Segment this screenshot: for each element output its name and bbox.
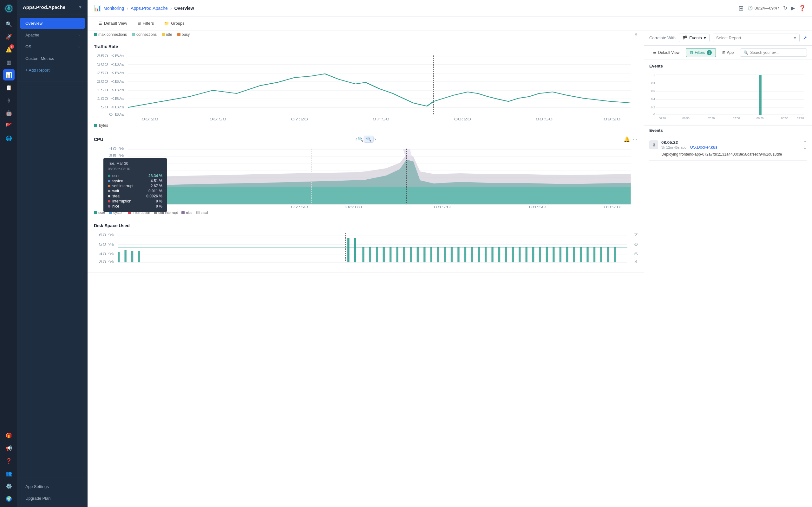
time-range-value[interactable]: 06:24—09:47 [755, 6, 779, 10]
svg-text:1: 1 [653, 73, 655, 76]
groups-button[interactable]: 📁 Groups [159, 19, 189, 27]
time-range: 🕐 06:24—09:47 [748, 6, 779, 10]
legend-idle: idle [162, 32, 172, 37]
nav-alert-icon[interactable]: ⚠️ ! [3, 44, 14, 55]
nav-docs-icon[interactable]: 📋 [3, 82, 14, 93]
filters-button[interactable]: ⊟ Filters [133, 19, 158, 27]
svg-text:07:20: 07:20 [708, 117, 715, 120]
svg-text:60 %: 60 % [99, 233, 114, 237]
nav-item-upgrade-plan[interactable]: Upgrade Plan [20, 493, 85, 504]
correlate-label: Correlate With [649, 36, 676, 40]
rp-default-view-button[interactable]: ☰ Default View [649, 49, 683, 56]
events-search-input[interactable] [750, 50, 803, 55]
more-icon[interactable]: ⋯ [632, 136, 638, 142]
arrow-icon: › [78, 45, 80, 49]
chart-close-control[interactable]: ✕ [635, 32, 638, 37]
svg-text:08:50: 08:50 [536, 118, 553, 121]
nav-help-icon[interactable]: ❓ [3, 455, 14, 466]
svg-text:150 KB/s: 150 KB/s [97, 89, 125, 92]
nav-item-overview[interactable]: Overview [20, 18, 85, 29]
svg-text:0.2: 0.2 [651, 106, 655, 109]
refresh-icon[interactable]: ↻ [783, 5, 787, 11]
event-source[interactable]: US.Docker.k8s [690, 145, 717, 150]
svg-text:07:20: 07:20 [291, 118, 308, 121]
svg-rect-96 [505, 247, 507, 262]
nav-connections-icon[interactable]: ⟠ [3, 95, 14, 106]
disk-space-section: Disk Space Used 60 % 50 % 40 % 30 % 700 … [88, 218, 644, 273]
nav-flag-icon[interactable]: 🚩 [3, 120, 14, 131]
external-link-icon[interactable]: ↗ [803, 35, 807, 41]
svg-text:0: 0 [653, 113, 655, 116]
nav-language-icon[interactable]: 🌍 [3, 493, 14, 504]
select-report-dropdown[interactable]: Select Report ▾ [713, 34, 800, 42]
events-list-title: Events [644, 125, 812, 134]
breadcrumb-monitoring[interactable]: Monitoring [103, 6, 124, 11]
nav-item-custom-metrics[interactable]: Custom Metrics [20, 53, 85, 64]
nav-item-os[interactable]: OS › [20, 41, 85, 52]
nav-team-icon[interactable]: 👥 [3, 468, 14, 479]
breadcrumb-sep-2: › [170, 6, 172, 11]
zoom-back-button[interactable]: ‹ [356, 136, 357, 142]
nav-settings-icon[interactable]: ⚙️ [3, 481, 14, 492]
rp-app-button[interactable]: ⊞ App [718, 49, 738, 56]
clock-icon: 🕐 [748, 6, 753, 10]
expand-icon[interactable]: ⌃⌄ [803, 140, 807, 150]
svg-rect-68 [118, 252, 119, 262]
nav-item-app-settings[interactable]: App Settings [20, 481, 85, 492]
svg-rect-97 [512, 247, 514, 262]
nav-rocket-icon[interactable]: 🚀 [3, 31, 14, 43]
svg-rect-95 [498, 247, 500, 262]
nav-item-apache[interactable]: Apache › [20, 30, 85, 41]
svg-text:0.4: 0.4 [651, 98, 655, 101]
event-header: 08:05:22 3h 12m 45s ago US.Docker.k8s ⌃⌄ [661, 140, 807, 150]
nav-megaphone-icon[interactable]: 📢 [3, 442, 14, 454]
svg-rect-111 [607, 247, 609, 262]
breadcrumb-app[interactable]: Apps.Prod.Apache [131, 6, 168, 11]
svg-text:200 KB/s: 200 KB/s [97, 80, 125, 83]
svg-text:09:20: 09:20 [604, 118, 621, 121]
search-input-wrap[interactable]: 🔍 [740, 49, 807, 57]
svg-rect-85 [430, 247, 432, 262]
events-dropdown[interactable]: 🏴 Events ▾ [679, 34, 710, 42]
svg-rect-103 [553, 247, 554, 262]
svg-rect-110 [600, 247, 602, 262]
right-panel: Correlate With 🏴 Events ▾ Select Report … [644, 31, 812, 507]
nav-robot-icon[interactable]: 🤖 [3, 107, 14, 118]
svg-rect-90 [464, 247, 466, 262]
svg-rect-102 [546, 247, 548, 262]
zoom-out-button[interactable]: 🔍 [358, 136, 363, 142]
play-icon[interactable]: ▶ [791, 5, 795, 11]
nav-gift-icon[interactable]: 🎁 [3, 430, 14, 441]
svg-text:300 KB/s: 300 KB/s [97, 63, 125, 66]
disk-title: Disk Space Used [94, 223, 130, 228]
grid-apps-icon[interactable]: ⊞ [739, 4, 744, 12]
filter-icon: ⊟ [137, 21, 141, 26]
default-view-button[interactable]: ☰ Default View [94, 19, 132, 27]
nav-grid-icon[interactable]: ▦ [3, 56, 14, 68]
tooltip-interruption: interruption 0 % [108, 199, 162, 204]
app-logo[interactable] [3, 3, 15, 14]
rp-filters-button[interactable]: ⊟ Filters 1 [686, 48, 716, 57]
nav-item-add-report[interactable]: + Add Report [20, 65, 85, 76]
icon-sidebar: 🔍 🚀 ⚠️ ! ▦ 📊 📋 ⟠ 🤖 🚩 🌐 🎁 📢 ❓ 👥 ⚙️ 🌍 [0, 0, 18, 507]
zoom-in-button[interactable]: 🔍 [364, 135, 374, 143]
event-content: 08:05:22 3h 12m 45s ago US.Docker.k8s ⌃⌄… [661, 140, 807, 157]
nav-chart-icon[interactable]: 📊 [3, 69, 14, 80]
tooltip-date: Tue, Mar 30 [108, 161, 162, 166]
tooltip-system: system 4.51 % [108, 178, 162, 183]
nav-search-icon[interactable]: 🔍 [3, 18, 14, 30]
app-header[interactable]: Apps.Prod.Apache ▼ [18, 0, 87, 14]
right-panel-toolbar: ☰ Default View ⊟ Filters 1 ⊞ App 🔍 [644, 46, 812, 60]
nav-globe-icon[interactable]: 🌐 [3, 132, 14, 144]
help-circle-icon[interactable]: ❓ [799, 5, 806, 12]
events-list: 🖥 08:05:22 3h 12m 45s ago US.Docker.k8s … [644, 134, 812, 163]
bell-icon[interactable]: 🔔 [623, 136, 630, 142]
zoom-forward-button[interactable]: › [374, 136, 376, 142]
svg-text:35 %: 35 % [109, 154, 125, 158]
toolbar: ☰ Default View ⊟ Filters 📁 Groups [88, 16, 812, 31]
svg-marker-46 [128, 155, 630, 187]
tooltip-user: user 28.34 % [108, 173, 162, 178]
search-icon: 🔍 [744, 50, 748, 55]
svg-text:06:20: 06:20 [659, 117, 666, 120]
app-title: Apps.Prod.Apache [23, 4, 65, 10]
